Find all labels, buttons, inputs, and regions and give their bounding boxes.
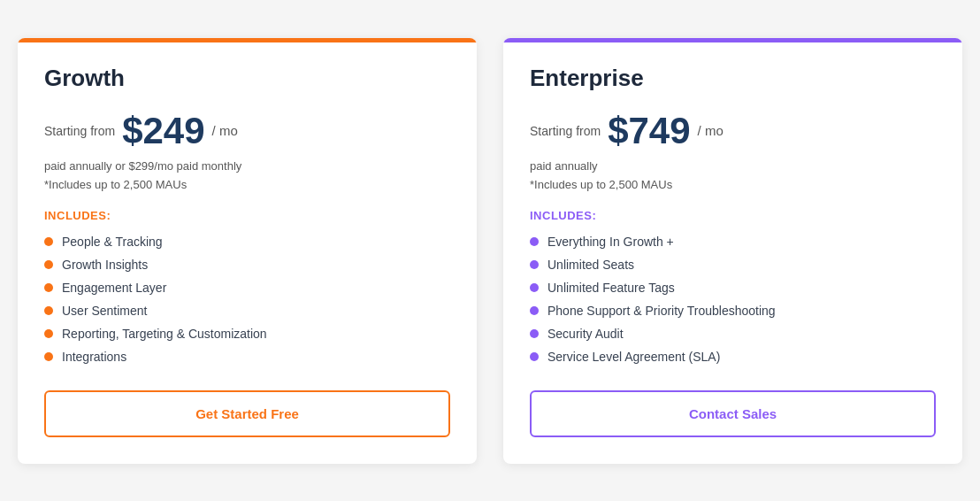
bullet-icon [530,237,539,246]
bullet-icon [530,329,539,338]
bullet-icon [530,352,539,361]
pricing-container: Growth Starting from $249 / mo paid annu… [0,20,980,482]
list-item: Growth Insights [44,258,450,272]
growth-starting-from: Starting from [44,124,115,138]
growth-card: Growth Starting from $249 / mo paid annu… [18,38,477,464]
enterprise-price-row: Starting from $749 / mo [530,110,936,152]
list-item: Unlimited Seats [530,258,936,272]
list-item: Reporting, Targeting & Customization [44,327,450,341]
enterprise-mau-note: *Includes up to 2,500 MAUs [530,178,936,191]
list-item: Security Audit [530,327,936,341]
enterprise-feature-list: Everything In Growth + Unlimited Seats U… [530,235,936,364]
enterprise-plan-name: Enterprise [530,65,936,92]
list-item: User Sentiment [44,304,450,318]
growth-mau-note: *Includes up to 2,500 MAUs [44,178,450,191]
bullet-icon [44,237,53,246]
feature-text: Everything In Growth + [547,235,674,249]
growth-cta-button[interactable]: Get Started Free [44,390,450,437]
feature-text: Security Audit [547,327,624,341]
list-item: Phone Support & Priority Troubleshooting [530,304,936,318]
bullet-icon [530,260,539,269]
bullet-icon [44,260,53,269]
feature-text: Unlimited Feature Tags [547,281,675,295]
bullet-icon [44,283,53,292]
growth-per-month: / mo [212,123,238,138]
list-item: Everything In Growth + [530,235,936,249]
enterprise-cta-button[interactable]: Contact Sales [530,390,936,437]
feature-text: Integrations [62,350,126,364]
list-item: Service Level Agreement (SLA) [530,350,936,364]
feature-text: Unlimited Seats [547,258,634,272]
bullet-icon [44,306,53,315]
enterprise-includes-label: INCLUDES: [530,209,936,222]
bullet-icon [44,329,53,338]
growth-price-row: Starting from $249 / mo [44,110,450,152]
feature-text: Growth Insights [62,258,148,272]
list-item: People & Tracking [44,235,450,249]
enterprise-card: Enterprise Starting from $749 / mo paid … [503,38,962,464]
growth-price: $249 [122,110,204,152]
feature-text: User Sentiment [62,304,147,318]
feature-text: Engagement Layer [62,281,166,295]
enterprise-starting-from: Starting from [530,124,601,138]
list-item: Engagement Layer [44,281,450,295]
bullet-icon [44,352,53,361]
enterprise-price: $749 [608,110,690,152]
list-item: Integrations [44,350,450,364]
feature-text: Service Level Agreement (SLA) [547,350,720,364]
bullet-icon [530,306,539,315]
growth-feature-list: People & Tracking Growth Insights Engage… [44,235,450,364]
bullet-icon [530,283,539,292]
feature-text: Reporting, Targeting & Customization [62,327,267,341]
feature-text: Phone Support & Priority Troubleshooting [547,304,776,318]
enterprise-per-month: / mo [698,123,724,138]
growth-billing-note: paid annually or $299/mo paid monthly [44,159,450,173]
list-item: Unlimited Feature Tags [530,281,936,295]
enterprise-billing-note: paid annually [530,159,936,173]
growth-plan-name: Growth [44,65,450,92]
growth-includes-label: INCLUDES: [44,209,450,222]
feature-text: People & Tracking [62,235,163,249]
